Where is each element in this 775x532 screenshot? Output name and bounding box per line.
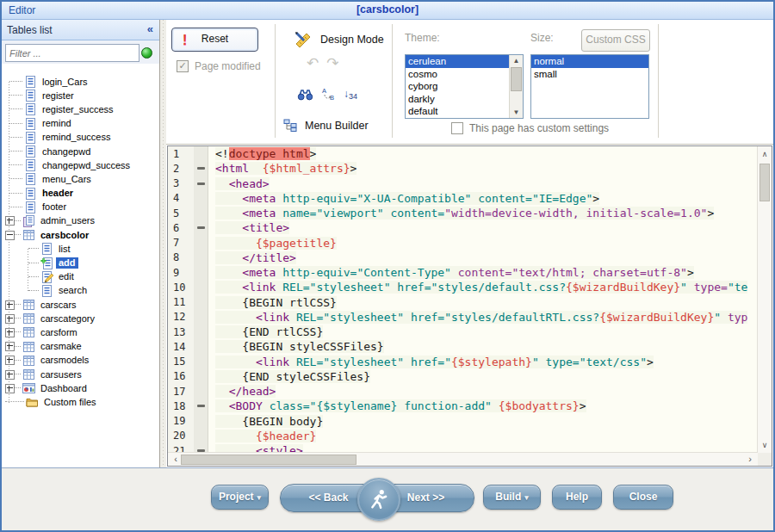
code-line-17[interactable]: 17 </head> [168,384,758,399]
theme-option-cerulean[interactable]: cerulean [406,55,510,68]
tree-item-changepwd[interactable]: changepwd [2,145,159,158]
help-button[interactable]: Help [552,485,602,510]
code-line-11[interactable]: 11 {BEGIN rtlCSS} [168,295,758,310]
code-line-2[interactable]: 2<html {$html_attrs}> [168,161,758,176]
code-line-3[interactable]: 3 <head> [168,176,758,191]
tree-item-carsform[interactable]: carsform [2,325,159,339]
panel-splitter[interactable] [160,20,166,467]
code-line-18[interactable]: 18 <BODY class="{$stylename} function-ad… [168,399,758,413]
custom-settings-checkbox[interactable]: This page has custom settings [451,122,609,134]
code-line-15[interactable]: 15 <link REL="stylesheet" href="{$stylep… [168,355,758,369]
tree-item-changepwd-success[interactable]: changepwd_success [2,158,159,172]
tree-item-carscategory[interactable]: carscategory [2,312,159,325]
scroll-left-icon[interactable]: ‹ [170,453,182,466]
expand-icon[interactable] [5,356,15,365]
line-number: 3 [168,177,194,189]
tree-item-register[interactable]: register [2,89,159,102]
code-line-16[interactable]: 16 {END styleCSSFiles} [168,369,758,384]
table-icon [22,312,35,325]
code-line-8[interactable]: 8 </title> [168,251,758,265]
collapse-icon[interactable] [5,231,15,240]
tree-item-carsmake[interactable]: carsmake [2,340,159,354]
fold-marker[interactable] [194,182,208,185]
scroll-up-icon[interactable]: ▲ [510,55,523,66]
scrollbar-thumb[interactable] [511,67,522,91]
replace-icon[interactable]: A B [321,87,336,101]
code-line-1[interactable]: 1<!doctype html> [168,146,758,161]
size-option-small[interactable]: small [531,68,648,81]
code-line-7[interactable]: 7 {$pagetitle} [168,236,758,251]
undo-icon[interactable]: ↶ [307,55,326,71]
page-modified-checkbox[interactable]: ✓ Page modified [177,60,261,72]
tree-item-carscars[interactable]: carscars [2,298,159,312]
scroll-right-icon[interactable]: › [744,453,756,466]
expand-icon[interactable] [5,314,15,324]
tree-item-menu-cars[interactable]: menu_Cars [2,172,159,186]
theme-option-default[interactable]: default [406,105,510,118]
expand-icon[interactable] [5,384,15,393]
custom-css-button[interactable]: Custom CSS [581,29,650,52]
expand-icon[interactable] [5,342,15,351]
close-button[interactable]: Close [613,485,673,510]
fold-marker[interactable] [194,226,208,229]
design-mode-button[interactable]: Design Mode [294,31,384,48]
line-number: 4 [168,192,194,204]
code-line-14[interactable]: 14 {BEGIN styleCSSFiles} [168,339,758,354]
vertical-scrollbar[interactable]: ∧ ∨ [757,146,772,453]
tree-item-header[interactable]: header [2,187,159,201]
tree-item-carsmodels[interactable]: carsmodels [2,354,159,368]
fold-marker[interactable] [194,405,208,407]
expand-icon[interactable] [5,216,15,226]
collapse-panel-icon[interactable]: « [147,22,153,35]
build-button[interactable]: Build▾ [483,485,541,510]
expand-icon[interactable] [5,300,15,310]
tree-item-edit[interactable]: edit [2,270,159,284]
code-line-5[interactable]: 5 <meta name="viewport" content="width=d… [168,206,758,220]
tree-item-label: carsform [38,327,80,338]
redo-icon[interactable]: ↷ [326,55,346,71]
size-option-normal[interactable]: normal [531,55,648,68]
code-line-19[interactable]: 19 {BEGIN body} [168,414,758,429]
find-binoculars-icon[interactable] [297,88,313,101]
code-line-6[interactable]: 6 <title> [168,220,758,235]
fold-marker[interactable] [194,167,208,170]
expand-icon[interactable] [5,370,15,380]
theme-option-darkly[interactable]: darkly [406,93,510,106]
code-line-4[interactable]: 4 <meta http-equiv="X-UA-Compatible" con… [168,191,758,206]
tree-item-footer[interactable]: footer [2,201,159,214]
tree-item-register-success[interactable]: register_success [2,102,159,116]
tree-item-dashboard[interactable]: Dashboard [2,381,159,395]
tree-item-add[interactable]: add [2,256,159,269]
code-line-10[interactable]: 10 <link REL="stylesheet" href="styles/d… [168,280,758,294]
reset-button[interactable]: ! Reset [171,28,258,52]
horizontal-scrollbar[interactable]: ‹ › [168,452,758,466]
scroll-up-icon[interactable]: ∧ [758,148,772,160]
tree-item-remind-success[interactable]: remind_success [2,131,159,145]
scrollbar-thumb[interactable] [181,455,356,465]
tree-twig [9,164,22,166]
expand-icon[interactable] [5,328,15,337]
code-line-20[interactable]: 20 {$header} [168,429,758,443]
filter-input[interactable] [5,44,140,62]
theme-option-cyborg[interactable]: cyborg [406,80,510,93]
code-line-12[interactable]: 12 <link REL="stylesheet" href="styles/d… [168,310,758,325]
tree-item-search[interactable]: search [2,284,159,298]
tree-item-list[interactable]: list [2,242,159,256]
tree-item-admin-users[interactable]: admin_users [2,214,159,228]
tree-item-carsusers[interactable]: carsusers [2,368,159,381]
goto-line-icon[interactable]: ↓34 [344,88,357,101]
tree-item-custom-files[interactable]: Custom files [2,395,159,409]
tree-item-remind[interactable]: remind [2,117,159,131]
code-area[interactable]: 1<!doctype html>2<html {$html_attrs}>3 <… [168,146,758,453]
tree-item-carsbcolor[interactable]: carsbcolor [2,228,159,242]
tree-item-login-cars[interactable]: login_Cars [2,75,159,89]
project-button[interactable]: Project▾ [211,485,269,510]
scroll-down-icon[interactable]: ▼ [510,107,523,118]
code-line-13[interactable]: 13 {END rtlCSS} [168,325,758,339]
theme-option-cosmo[interactable]: cosmo [406,68,510,81]
menu-builder-button[interactable]: Menu Builder [283,119,369,132]
scrollbar-thumb[interactable] [760,164,770,201]
scroll-down-icon[interactable]: ∨ [758,439,772,451]
run-button[interactable] [357,478,400,521]
code-line-9[interactable]: 9 <meta http-equiv="Content-Type" conten… [168,265,758,280]
